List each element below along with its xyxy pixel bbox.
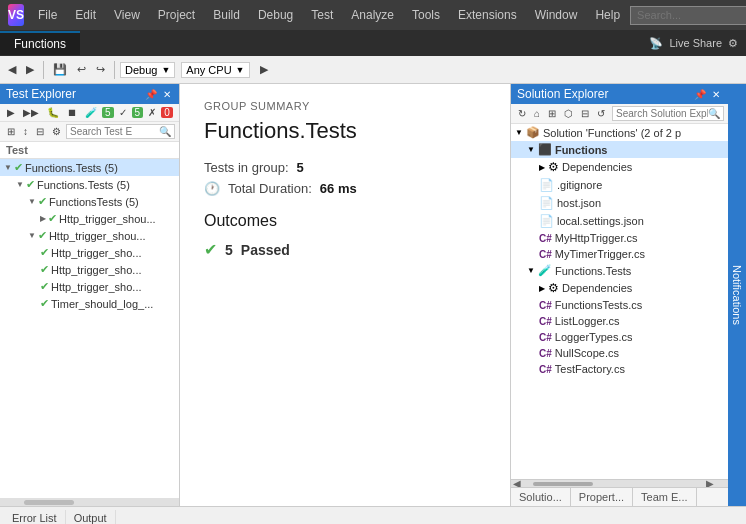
menu-tools[interactable]: Tools [404,6,448,24]
sol-refresh-button[interactable]: ↺ [594,107,608,120]
group-summary-label: Group Summary [204,100,486,112]
list-item[interactable]: C# NullScope.cs [511,345,728,361]
sort-button[interactable]: ↕ [20,125,31,138]
tab-team-explorer[interactable]: Team E... [633,488,696,506]
tab-properties[interactable]: Propert... [571,488,633,506]
run-tests-button[interactable]: ▶▶ [20,106,42,119]
solution-tabs: Solutio... Propert... Team E... [511,487,728,506]
save-button[interactable]: 💾 [49,61,71,78]
play-button[interactable]: ▶ [256,61,272,78]
pass-icon: ✔ [40,246,49,259]
menu-test[interactable]: Test [303,6,341,24]
list-item[interactable]: ▼ ✔ FunctionsTests (5) [0,193,179,210]
sol-sync-button[interactable]: ↻ [515,107,529,120]
list-item[interactable]: ▼ 📦 Solution 'Functions' (2 of 2 p [511,124,728,141]
sol-collapse-button[interactable]: ⊟ [578,107,592,120]
list-item[interactable]: ▶ ⚙ Dependencies [511,279,728,297]
list-item[interactable]: C# TestFactory.cs [511,361,728,377]
list-item[interactable]: ▼ ✔ Http_trigger_shou... [0,227,179,244]
collapse-button[interactable]: ⊟ [33,125,47,138]
run-icon[interactable]: 🧪 [82,106,100,119]
run-all-button[interactable]: ▶ [4,106,18,119]
test-search-input[interactable] [70,126,159,137]
sol-home-button[interactable]: ⌂ [531,107,543,120]
cs-label: ListLogger.cs [555,315,620,327]
list-item[interactable]: C# LoggerTypes.cs [511,329,728,345]
bottom-tabs-bar: Error List Output [0,506,746,524]
stats-section: Tests in group: 5 🕐 Total Duration: 66 m… [204,160,486,196]
cs-icon: C# [539,332,552,343]
tree-node-label: Http_trigger_shou... [59,213,156,225]
list-item[interactable]: 📄 host.json [511,194,728,212]
back-button[interactable]: ◀ [4,61,20,78]
solution-search-box[interactable]: 🔍 [612,106,724,121]
menu-help[interactable]: Help [587,6,628,24]
cpu-dropdown[interactable]: Any CPU ▼ [181,62,249,78]
list-item[interactable]: C# ListLogger.cs [511,313,728,329]
tests-in-group-value: 5 [297,160,304,175]
list-item[interactable]: C# MyTimerTrigger.cs [511,246,728,262]
menu-search-box[interactable]: 🔍 [630,6,746,25]
list-item[interactable]: C# MyHttpTrigger.cs [511,230,728,246]
menu-edit[interactable]: Edit [67,6,104,24]
tab-solution[interactable]: Solutio... [511,488,571,506]
forward-button[interactable]: ▶ [22,61,38,78]
list-item[interactable]: 📄 .gitignore [511,176,728,194]
solution-toolbar: ↻ ⌂ ⊞ ⬡ ⊟ ↺ 🔍 [511,104,728,124]
list-item[interactable]: ▶ ✔ Http_trigger_shou... [0,210,179,227]
debug-tests-button[interactable]: 🐛 [44,106,62,119]
tab-output[interactable]: Output [66,510,116,525]
list-item[interactable]: ▼ 🧪 Functions.Tests [511,262,728,279]
liveshare-label[interactable]: Live Share [669,37,722,49]
sol-close-button[interactable]: ✕ [710,89,722,100]
test-search-box[interactable]: 🔍 [66,124,175,139]
list-item[interactable]: ✔ Http_trigger_sho... [0,261,179,278]
passed-outcome-row: ✔ 5 Passed [204,240,486,259]
menu-view[interactable]: View [106,6,148,24]
settings-btn[interactable]: ⚙ [49,125,64,138]
pin-button[interactable]: 📌 [143,89,159,100]
list-item[interactable]: 📄 local.settings.json [511,212,728,230]
menu-file[interactable]: File [30,6,65,24]
solution-search-input[interactable] [616,108,708,119]
search-input[interactable] [637,9,746,21]
settings-icon[interactable]: ⚙ [728,37,738,50]
sol-filter-button[interactable]: ⊞ [545,107,559,120]
solution-label: Solution 'Functions' (2 of 2 p [543,127,681,139]
stop-tests-button[interactable]: ⏹ [64,106,80,119]
menu-window[interactable]: Window [527,6,586,24]
redo-button[interactable]: ↪ [92,61,109,78]
list-item[interactable]: C# FunctionsTests.cs [511,297,728,313]
group-button[interactable]: ⊞ [4,125,18,138]
outcomes-title: Outcomes [204,212,486,230]
menu-build[interactable]: Build [205,6,248,24]
tree-node-label: Functions.Tests (5) [25,162,118,174]
sol-preview-button[interactable]: ⬡ [561,107,576,120]
list-item[interactable]: ✔ Timer_should_log_... [0,295,179,312]
notifications-panel[interactable]: Notifications [728,84,746,506]
filter-passed-button[interactable]: ✓ [116,106,130,119]
list-item[interactable]: ✔ Http_trigger_sho... [0,244,179,261]
list-item[interactable]: ▼ ✔ Functions.Tests (5) [0,159,179,176]
filter-failed-button[interactable]: ✗ [145,106,159,119]
duration-label: Total Duration: [228,181,312,196]
menu-debug[interactable]: Debug [250,6,301,24]
menu-analyze[interactable]: Analyze [343,6,402,24]
list-item[interactable]: ▼ ✔ Functions.Tests (5) [0,176,179,193]
sol-pin-button[interactable]: 📌 [692,89,708,100]
undo-button[interactable]: ↩ [73,61,90,78]
list-item[interactable]: ▶ ⚙ Dependencies [511,158,728,176]
panel-close-button[interactable]: ✕ [161,89,173,100]
menu-project[interactable]: Project [150,6,203,24]
debug-dropdown[interactable]: Debug ▼ [120,62,175,78]
pass-icon: ✔ [40,297,49,310]
list-item[interactable]: ▼ ⬛ Functions [511,141,728,158]
list-item[interactable]: ✔ Http_trigger_sho... [0,278,179,295]
horizontal-scrollbar[interactable] [0,498,179,506]
cs-icon: C# [539,364,552,375]
menu-extensions[interactable]: Extensions [450,6,525,24]
functions-tab[interactable]: Functions [0,31,80,55]
sol-horizontal-scrollbar[interactable]: ◀ ▶ [511,479,728,487]
tab-error-list[interactable]: Error List [4,510,66,525]
chevron-right-icon: ▶ [539,284,545,293]
